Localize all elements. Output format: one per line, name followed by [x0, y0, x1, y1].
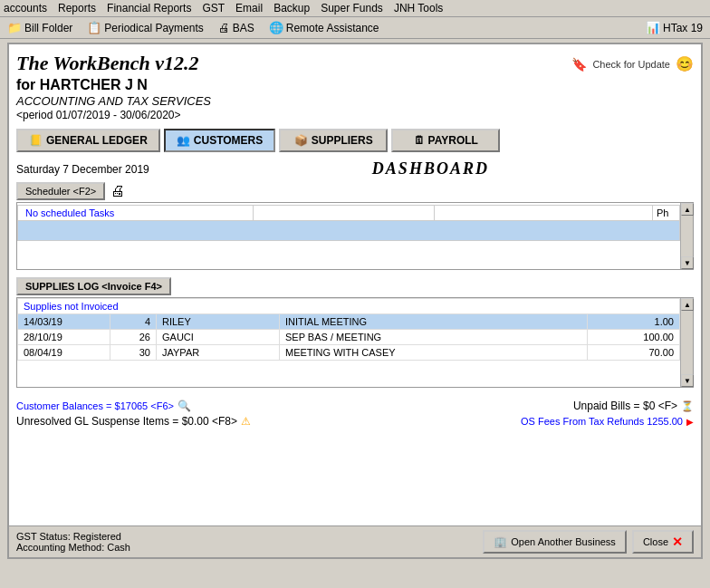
bottom-bar: GST Status: Registered Accounting Method…	[9, 525, 701, 557]
supply-name-1: GAUCI	[157, 330, 280, 345]
update-icon: 🔖	[571, 57, 587, 72]
htax19-button[interactable]: 📊 HTax 19	[642, 20, 706, 35]
supply-name-0: RILEY	[157, 314, 280, 330]
business-subtitle: ACCOUNTING AND TAX SERVICES	[16, 94, 211, 108]
menu-jnh-tools[interactable]: JNH Tools	[394, 2, 443, 14]
payroll-icon: 🗓	[414, 134, 425, 147]
scheduler-button[interactable]: Scheduler <F2>	[16, 182, 105, 200]
no-tasks-text: No scheduled Tasks	[22, 206, 118, 220]
suppliers-button[interactable]: 📦 SUPPLIERS	[279, 129, 388, 152]
close-label: Close	[643, 536, 668, 547]
periodical-payments-label: Periodical Payments	[104, 22, 203, 34]
dashboard-date: Saturday 7 December 2019	[16, 163, 149, 176]
title-section: The WorkBench v12.2 for HARTCHER J N ACC…	[16, 52, 694, 121]
open-another-business-button[interactable]: 🏢 Open Another Business	[483, 530, 627, 554]
remote-assistance-button[interactable]: 🌐 Remote Assistance	[265, 20, 383, 35]
remote-assistance-label: Remote Assistance	[286, 22, 379, 34]
customers-button[interactable]: 👥 CUSTOMERS	[164, 129, 275, 152]
table-row[interactable]: 14/03/19 4 RILEY INITIAL MEETING 1.00	[18, 314, 680, 330]
supplies-log-button[interactable]: SUPPLIES LOG <Invoice F4>	[16, 277, 171, 295]
supplies-section: SUPPLIES LOG <Invoice F4> Supplies not I…	[16, 277, 694, 388]
unresolved-gl-text: Unresolved GL Suspense Items = $0.00 <F8…	[16, 415, 237, 428]
general-ledger-label: GENERAL LEDGER	[46, 134, 148, 147]
bas-icon: 🖨	[218, 21, 230, 34]
bill-folder-icon: 📁	[7, 21, 22, 34]
os-fees-text: OS Fees From Tax Refunds 1255.00	[521, 416, 683, 427]
htax19-label: HTax 19	[663, 22, 703, 34]
payroll-button[interactable]: 🗓 PAYROLL	[391, 129, 500, 152]
open-another-label: Open Another Business	[511, 536, 616, 547]
main-window: The WorkBench v12.2 for HARTCHER J N ACC…	[7, 43, 703, 559]
toolbar: 📁 Bill Folder 📋 Periodical Payments 🖨 BA…	[0, 17, 710, 39]
general-ledger-icon: 📒	[29, 134, 43, 147]
bas-label: BAS	[233, 22, 254, 34]
supply-date-0: 14/03/19	[18, 314, 110, 330]
supplies-scroll-down[interactable]: ▼	[681, 374, 694, 387]
bill-folder-button[interactable]: 📁 Bill Folder	[4, 20, 76, 35]
dashboard-title: DASHBOARD	[372, 159, 489, 178]
menu-reports[interactable]: Reports	[58, 2, 96, 14]
menu-super-funds[interactable]: Super Funds	[321, 2, 383, 14]
table-row[interactable]: 28/10/19 26 GAUCI SEP BAS / MEETING 100.…	[18, 330, 680, 345]
bas-button[interactable]: 🖨 BAS	[215, 20, 258, 35]
hourglass-icon: ⏳	[681, 400, 694, 412]
menu-email[interactable]: Email	[235, 2, 263, 14]
footer-area: Customer Balances = $17065 <F6> 🔍 Unpaid…	[16, 393, 694, 434]
task-table-container: No scheduled Tasks Ph ▲ ▼	[16, 202, 694, 270]
supplies-scrollbar[interactable]: ▲ ▼	[680, 298, 693, 387]
ph-header: Ph	[657, 207, 668, 218]
red-arrow-icon: ▶	[686, 417, 694, 427]
menu-financial-reports[interactable]: Financial Reports	[107, 2, 191, 14]
open-another-icon: 🏢	[494, 535, 507, 548]
dashboard-area: Saturday 7 December 2019 DASHBOARD Sched…	[16, 159, 694, 270]
menu-gst[interactable]: GST	[202, 2, 225, 14]
supplies-scroll-up[interactable]: ▲	[681, 298, 694, 311]
htax19-icon: 📊	[646, 21, 660, 34]
bottom-buttons: 🏢 Open Another Business Close ✕	[483, 530, 694, 554]
accounting-method-text: Accounting Method: Cash	[16, 542, 130, 553]
print-icon[interactable]: 🖨	[110, 183, 125, 199]
supply-num-1: 26	[110, 330, 157, 345]
supply-desc-1: SEP BAS / MEETING	[280, 330, 588, 345]
supply-amount-0: 1.00	[588, 314, 680, 330]
unpaid-bills-text: Unpaid Bills = $0 <F>	[573, 400, 677, 412]
menu-backup[interactable]: Backup	[273, 2, 310, 14]
customer-balances-link[interactable]: Customer Balances = $17065 <F6>	[16, 400, 174, 411]
not-invoiced-label: Supplies not Invoiced	[24, 301, 119, 312]
search-icon[interactable]: 🔍	[178, 400, 191, 412]
table-row[interactable]: 08/04/19 30 JAYPAR MEETING WITH CASEY 70…	[18, 345, 680, 361]
task-table-scrollbar[interactable]: ▲ ▼	[680, 203, 693, 269]
payroll-label: PAYROLL	[428, 134, 478, 147]
general-ledger-button[interactable]: 📒 GENERAL LEDGER	[16, 129, 160, 152]
supplies-table-container: Supplies not Invoiced 14/03/19 4 RILEY I…	[16, 297, 694, 388]
customers-label: CUSTOMERS	[194, 134, 263, 147]
bill-folder-label: Bill Folder	[24, 22, 72, 34]
supply-num-2: 30	[110, 345, 157, 361]
close-button[interactable]: Close ✕	[632, 530, 694, 554]
task-table: No scheduled Tasks Ph	[17, 205, 680, 241]
menu-accounts[interactable]: accounts	[4, 2, 47, 14]
business-name: for HARTCHER J N	[16, 77, 211, 93]
supplies-table: Supplies not Invoiced 14/03/19 4 RILEY I…	[17, 298, 680, 361]
period-text: <period 01/07/2019 - 30/06/2020>	[16, 109, 211, 121]
periodical-payments-icon: 📋	[87, 21, 101, 34]
close-icon: ✕	[672, 535, 683, 549]
gst-status-text: GST Status: Registered	[16, 531, 130, 542]
customers-icon: 👥	[177, 134, 190, 147]
supply-amount-1: 100.00	[588, 330, 680, 345]
suppliers-label: SUPPLIERS	[312, 134, 373, 147]
warning-icon: ⚠	[241, 415, 251, 428]
app-title: The WorkBench v12.2	[16, 52, 211, 75]
dashboard-header: Saturday 7 December 2019 DASHBOARD	[16, 159, 694, 178]
supply-num-0: 4	[110, 314, 157, 330]
supply-desc-0: INITIAL MEETING	[280, 314, 588, 330]
mascot-icon: 😊	[676, 55, 694, 72]
supply-name-2: JAYPAR	[157, 345, 280, 361]
supply-date-2: 08/04/19	[18, 345, 110, 361]
nav-buttons: 📒 GENERAL LEDGER 👥 CUSTOMERS 📦 SUPPLIERS…	[16, 129, 694, 152]
check-update-button[interactable]: Check for Update	[592, 59, 670, 70]
menubar: accounts Reports Financial Reports GST E…	[0, 0, 710, 17]
periodical-payments-button[interactable]: 📋 Periodical Payments	[83, 20, 206, 35]
scroll-up-button[interactable]: ▲	[681, 203, 694, 216]
scroll-down-button[interactable]: ▼	[681, 256, 694, 269]
